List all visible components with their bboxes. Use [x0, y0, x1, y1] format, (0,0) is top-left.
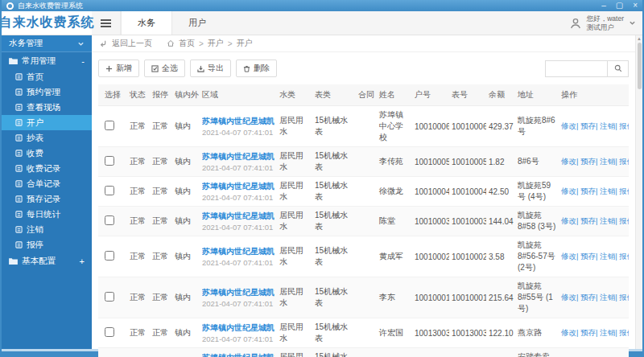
area-link[interactable]: 苏埠镇内世纪星城凯旋苑1 [202, 182, 275, 191]
action-link-0[interactable]: 修改 [561, 121, 576, 130]
maximize-button[interactable]: ▢ [616, 2, 623, 10]
crumb-level1[interactable]: 开户 [208, 38, 224, 49]
sidebar-item-label: 开户 [27, 117, 43, 129]
action-link-0[interactable]: 修改 [561, 157, 576, 166]
action-link-1[interactable]: 预存 [580, 252, 596, 261]
top-tabs: 水务 用户 [121, 11, 222, 35]
action-link-0[interactable]: 修改 [561, 293, 576, 302]
action-link-1[interactable]: 预存 [580, 216, 596, 225]
area-link[interactable]: 苏埠镇内世纪星城凯旋苑1 [202, 211, 275, 221]
area-link[interactable]: 苏埠镇内世纪星城凯旋苑1 [202, 117, 275, 126]
export-button[interactable]: 导出 [190, 60, 231, 77]
area-link[interactable]: 苏埠镇内世纪星城凯旋苑1 [202, 288, 275, 298]
action-link-0[interactable]: 修改 [561, 328, 576, 337]
crumb-home[interactable]: 首页 [179, 38, 195, 49]
action-link-2[interactable]: 注销 [600, 216, 615, 225]
page-icon [15, 226, 23, 233]
close-button[interactable]: × [633, 2, 638, 10]
action-link-3[interactable]: 报停 [619, 121, 629, 130]
row-checkbox[interactable] [105, 292, 114, 302]
action-link-2[interactable]: 注销 [600, 157, 615, 166]
sidebar-item-收费记录[interactable]: 收费记录 [2, 161, 92, 176]
sidebar-menu: 常用管理 - 首页 预约管理 查看现场 开户 抄表 收费 [2, 52, 92, 269]
group-toggle-icon[interactable]: - [81, 56, 85, 66]
row-checkbox[interactable] [105, 327, 114, 337]
select-all-button[interactable]: 全选 [144, 60, 185, 77]
row-water-type: 居民用水 [277, 277, 312, 318]
sidebar-item-报停[interactable]: 报停 [2, 237, 92, 252]
row-checkbox[interactable] [105, 186, 114, 195]
accounts-table: 选择状态报停镇内外区域水类表类合同姓名户号表号余额地址操作 正常 正常 镇内 苏… [98, 84, 629, 357]
sidebar-item-预存记录[interactable]: 预存记录 [2, 191, 92, 207]
action-link-2[interactable]: 注销 [600, 252, 615, 261]
sidebar-group-header[interactable]: 基本配置 + [2, 252, 92, 269]
add-button[interactable]: 新增 [98, 60, 139, 77]
action-link-1[interactable]: 预存 [580, 293, 596, 302]
tab-water[interactable]: 水务 [121, 11, 172, 35]
row-checkbox[interactable] [105, 251, 114, 261]
row-account-number: 10010001 [412, 277, 449, 318]
row-timestamp: 2021-04-07 07:41:01 [202, 258, 275, 267]
action-link-2[interactable]: 注销 [600, 328, 615, 337]
search-button[interactable] [608, 60, 629, 77]
action-link-3[interactable]: 报停 [619, 157, 629, 166]
action-link-0[interactable]: 修改 [561, 216, 576, 225]
sidebar-item-查看现场[interactable]: 查看现场 [2, 100, 92, 115]
action-link-2[interactable]: 注销 [600, 121, 615, 130]
sidebar-item-开户[interactable]: 开户 [2, 115, 92, 130]
row-meter-type: 15机械水表 [312, 207, 356, 236]
action-link-2[interactable]: 注销 [600, 187, 615, 195]
row-checkbox[interactable] [105, 121, 114, 130]
menu-toggle-button[interactable] [92, 11, 121, 35]
row-water-type: 居民用水 [277, 236, 312, 277]
area-link[interactable]: 苏埠镇内世纪星城凯旋苑1 [202, 353, 275, 357]
sidebar-item-每日统计[interactable]: 每日统计 [2, 207, 92, 222]
action-link-3[interactable]: 报停 [619, 187, 629, 195]
action-link-1[interactable]: 预存 [580, 157, 596, 166]
search-input[interactable] [545, 60, 608, 77]
row-account-number: 10010004 [412, 177, 449, 207]
sidebar-item-预约管理[interactable]: 预约管理 [2, 84, 92, 100]
action-link-0[interactable]: 修改 [561, 252, 576, 261]
delete-button[interactable]: 删除 [236, 60, 277, 77]
action-link-3[interactable]: 报停 [619, 252, 629, 261]
row-meter-type: 15机械水表 [312, 106, 356, 147]
minimize-button[interactable]: – [601, 2, 606, 10]
scrollbar-thumb[interactable] [638, 43, 642, 89]
sidebar-title[interactable]: 水务管理 [2, 35, 92, 52]
action-link-2[interactable]: 注销 [600, 293, 615, 302]
sidebar-item-合单记录[interactable]: 合单记录 [2, 176, 92, 191]
row-balance: 429.37 [486, 106, 515, 147]
row-account-number: 10013002 [412, 348, 449, 357]
tab-user[interactable]: 用户 [172, 11, 222, 35]
sidebar-item-抄表[interactable]: 抄表 [2, 130, 92, 146]
row-checkbox[interactable] [105, 215, 114, 225]
action-link-1[interactable]: 预存 [580, 187, 596, 195]
area-link[interactable]: 苏埠镇内世纪星城凯旋苑1 [202, 152, 275, 162]
row-actions-cell: 修改| 预存| 注销| 报停 [559, 147, 629, 177]
action-link-1[interactable]: 预存 [580, 121, 596, 130]
row-checkbox[interactable] [105, 156, 114, 166]
action-link-3[interactable]: 报停 [619, 328, 629, 337]
column-header-0: 选择 [98, 84, 127, 106]
area-link[interactable]: 苏埠镇内世纪星城凯旋苑1 [202, 247, 275, 256]
row-account-number: 10010006 [412, 106, 449, 147]
group-toggle-icon[interactable]: + [80, 256, 85, 266]
scroll-up-icon[interactable]: ▲ [637, 35, 642, 42]
area-link[interactable]: 苏埠镇内世纪星城凯旋苑1 [202, 323, 275, 333]
action-link-1[interactable]: 预存 [580, 328, 596, 337]
sidebar-item-收费[interactable]: 收费 [2, 146, 92, 161]
user-menu[interactable]: 您好，water 测试用户 [563, 11, 642, 35]
sidebar-item-注销[interactable]: 注销 [2, 222, 92, 237]
column-header-11: 余额 [486, 84, 515, 106]
row-actions-cell: 修改| 预存| 注销| 报停 [559, 348, 629, 357]
action-link-3[interactable]: 报停 [619, 216, 629, 225]
vertical-scrollbar[interactable]: ▲ [635, 35, 642, 349]
sidebar-group-header[interactable]: 常用管理 - [2, 52, 92, 69]
action-link-3[interactable]: 报停 [619, 293, 629, 302]
action-link-0[interactable]: 修改 [561, 187, 576, 195]
back-link[interactable]: 返回上一页 [112, 38, 152, 49]
row-zone: 镇内 [172, 207, 200, 236]
sidebar-item-首页[interactable]: 首页 [2, 69, 92, 84]
row-balance: 215.64 [486, 277, 515, 318]
